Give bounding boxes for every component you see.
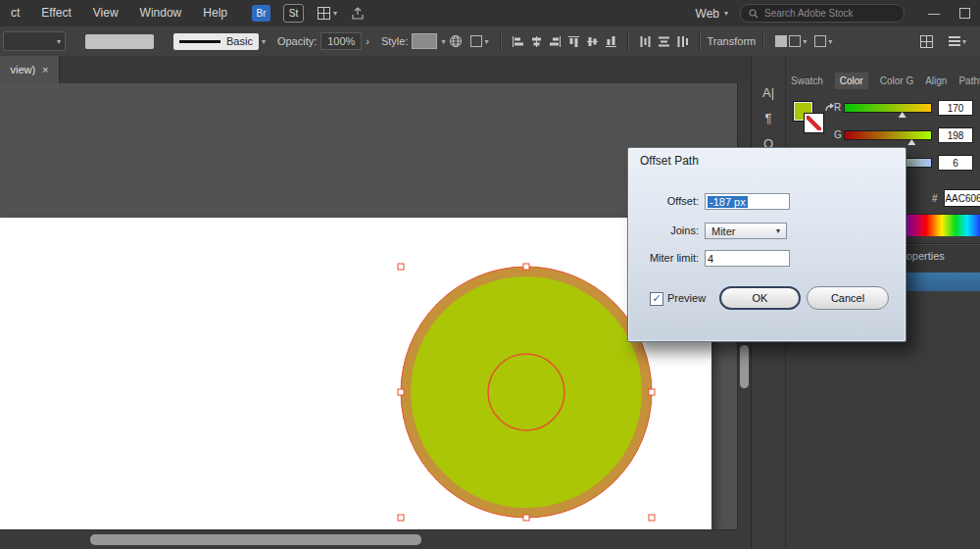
- horizontal-scrollbar[interactable]: [0, 529, 737, 549]
- align-top-button[interactable]: [567, 35, 580, 48]
- chevron-down-icon: ▾: [441, 37, 445, 46]
- menu-item[interactable]: Effect: [30, 0, 81, 26]
- selection-handle[interactable]: [649, 515, 655, 521]
- dialog-title: Offset Path: [640, 154, 699, 168]
- vertical-scroll-thumb[interactable]: [740, 345, 749, 388]
- control-bar: ▾ Basic ▾ Opacity: 100% › Style: ▾ ▾: [0, 26, 980, 57]
- menu-item[interactable]: Help: [192, 0, 238, 26]
- panels-toggle-button[interactable]: ▾: [949, 36, 966, 46]
- divider: [627, 31, 629, 51]
- preview-label: Preview: [667, 292, 706, 304]
- workspace-label: Web: [696, 7, 719, 21]
- cancel-button[interactable]: Cancel: [807, 286, 889, 310]
- panel-tab[interactable]: Color: [835, 73, 868, 89]
- selection-handle[interactable]: [523, 264, 529, 270]
- miter-limit-input[interactable]: 4: [705, 250, 790, 267]
- panel-tab[interactable]: Pathfin: [958, 75, 980, 86]
- isolate-button[interactable]: ▾: [814, 35, 832, 47]
- align-left-button[interactable]: [512, 35, 524, 48]
- menu-item[interactable]: View: [82, 0, 129, 26]
- horizontal-scroll-thumb[interactable]: [90, 534, 421, 545]
- chevron-down-icon: ▾: [333, 9, 337, 18]
- chevron-down-icon: ▾: [57, 37, 61, 46]
- align-right-button[interactable]: [549, 35, 562, 48]
- shape-mode-button[interactable]: ▾: [775, 35, 807, 47]
- arrange-documents-icon: [318, 7, 330, 20]
- shape-icon: [789, 35, 801, 47]
- menu-item[interactable]: Window: [129, 0, 193, 26]
- panel-tab[interactable]: Color G: [880, 75, 913, 86]
- offset-path-dialog: Offset Path Offset: -187 px Joins: Miter…: [627, 147, 906, 342]
- slider-thumb[interactable]: [907, 139, 915, 145]
- minimize-button[interactable]: —: [918, 7, 950, 21]
- align-middle-button[interactable]: [586, 35, 599, 48]
- hex-input[interactable]: AAC606: [944, 189, 980, 207]
- stock-button[interactable]: St: [283, 4, 304, 23]
- opacity-value[interactable]: 100%: [320, 32, 362, 50]
- selection-handle[interactable]: [398, 515, 404, 521]
- brush-definition-dropdown[interactable]: Basic: [173, 33, 259, 50]
- preferences-button[interactable]: ▾: [470, 35, 488, 47]
- close-icon[interactable]: ×: [42, 64, 48, 75]
- chevron-down-icon: ▾: [962, 37, 966, 46]
- workspace-switcher[interactable]: Web ▾: [684, 7, 740, 21]
- ok-button[interactable]: OK: [719, 286, 801, 310]
- document-setup-button[interactable]: [449, 34, 463, 48]
- workspace-grid-icon[interactable]: [920, 35, 933, 48]
- slider-track[interactable]: [844, 103, 932, 113]
- document-tab[interactable]: view) ×: [0, 56, 60, 83]
- selection-handle[interactable]: [398, 264, 404, 270]
- preview-checkbox[interactable]: ✓: [650, 292, 663, 306]
- style-label: Style:: [381, 35, 409, 47]
- joins-select[interactable]: Miter ▾: [705, 223, 787, 239]
- hex-label: #: [932, 193, 938, 204]
- document-icon: [470, 35, 482, 47]
- divider: [762, 31, 764, 51]
- slider-value-input[interactable]: 170: [938, 100, 973, 116]
- distribute-left-button[interactable]: [639, 35, 652, 48]
- width-profile-dropdown[interactable]: [85, 34, 154, 49]
- style-swatch[interactable]: [412, 33, 437, 49]
- circle-shape[interactable]: [406, 272, 647, 513]
- slider-label: R: [834, 102, 841, 113]
- offset-value-selected-text: -187 px: [708, 196, 748, 208]
- align-center-button[interactable]: [530, 35, 543, 48]
- slider-track[interactable]: [844, 130, 932, 140]
- selection-handle[interactable]: [649, 389, 655, 395]
- panel-tab[interactable]: Align: [925, 75, 947, 86]
- selection-dropdown[interactable]: ▾: [3, 31, 66, 51]
- distribute-right-button[interactable]: [676, 35, 689, 48]
- panel-tab[interactable]: Swatch: [791, 75, 823, 86]
- chevron-down-icon: ▾: [724, 9, 728, 18]
- distribute-group: [639, 35, 689, 48]
- slider-value-input[interactable]: 198: [938, 127, 973, 143]
- selection-handle[interactable]: [398, 389, 404, 395]
- opacity-expand-icon[interactable]: ›: [366, 35, 369, 47]
- panel-tab-bar: SwatchColorColor GAlignPathfin: [791, 71, 980, 90]
- chevron-down-icon: ▾: [803, 37, 807, 46]
- search-placeholder: Search Adobe Stock: [764, 8, 854, 19]
- menu-item[interactable]: ct: [0, 0, 30, 26]
- divider: [500, 31, 502, 51]
- chevron-down-icon: ▾: [776, 226, 780, 235]
- stroke-preview: [179, 40, 220, 43]
- document-tab-title: view): [10, 64, 35, 75]
- distribute-center-button[interactable]: [658, 35, 670, 48]
- document-tab-bar: view) ×: [0, 56, 751, 84]
- search-input[interactable]: Search Adobe Stock: [740, 4, 905, 23]
- slider-thumb[interactable]: [899, 112, 906, 118]
- bridge-button[interactable]: Br: [252, 5, 270, 22]
- arrange-documents-button[interactable]: ▾: [318, 7, 337, 20]
- properties-panel-title: roperties: [903, 250, 945, 262]
- offset-input[interactable]: -187 px: [705, 193, 790, 210]
- scrollbar-corner: [737, 529, 751, 549]
- check-icon: ✓: [652, 292, 661, 304]
- restore-button[interactable]: [950, 8, 980, 19]
- shape-icon: [814, 35, 826, 47]
- align-bottom-button[interactable]: [605, 35, 617, 48]
- slider-value-input[interactable]: 6: [938, 155, 973, 171]
- globe-icon: [449, 34, 463, 48]
- share-button[interactable]: [351, 7, 365, 20]
- selection-handle[interactable]: [523, 515, 529, 521]
- transform-link[interactable]: Transform: [708, 35, 757, 47]
